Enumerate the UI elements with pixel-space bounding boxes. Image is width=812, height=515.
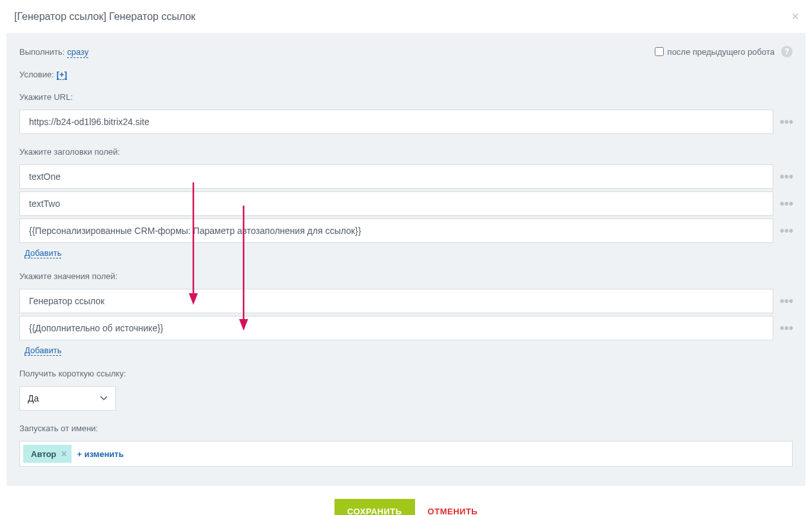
runas-user-tag-label: Автор: [31, 449, 56, 459]
save-button[interactable]: СОХРАНИТЬ: [334, 499, 415, 515]
execute-value-link[interactable]: сразу: [67, 47, 88, 58]
modal: [Генератор ссылок] Генератор ссылок × Вы…: [0, 0, 812, 515]
headers-add-link[interactable]: Добавить: [24, 248, 61, 258]
top-row: Выполнить: сразу после предыдущего робот…: [19, 46, 793, 57]
dots-icon[interactable]: •••: [780, 321, 793, 336]
dots-icon[interactable]: •••: [780, 294, 793, 309]
dots-icon[interactable]: •••: [780, 197, 793, 211]
values-label: Укажите значения полей:: [19, 271, 793, 281]
close-icon[interactable]: ×: [791, 9, 799, 24]
values-input-0[interactable]: [19, 289, 773, 313]
modal-title: [Генератор ссылок] Генератор ссылок: [14, 11, 195, 23]
shortlink-select-wrap: Да: [19, 386, 793, 411]
runas-user-select[interactable]: Автор × + изменить: [19, 441, 793, 467]
help-icon[interactable]: ?: [781, 46, 793, 57]
url-label: Укажите URL:: [19, 92, 793, 102]
modal-body: Выполнить: сразу после предыдущего робот…: [6, 33, 806, 486]
condition-row: Условие: [+]: [19, 69, 793, 79]
headers-block: Укажите заголовки полей: ••• ••• ••• Доб…: [19, 147, 793, 258]
runas-user-tag: Автор ×: [23, 445, 72, 463]
condition-label: Условие:: [19, 70, 54, 79]
headers-row-2: •••: [19, 219, 793, 243]
execute-wrap: Выполнить: сразу: [19, 46, 88, 57]
top-right: после предыдущего робота ?: [655, 46, 793, 57]
url-input[interactable]: [19, 110, 773, 134]
headers-input-1[interactable]: [19, 191, 773, 216]
url-input-row: •••: [19, 110, 793, 134]
runas-user-tag-remove-icon[interactable]: ×: [61, 449, 66, 459]
after-previous-label: после предыдущего робота: [668, 47, 775, 57]
dots-icon[interactable]: •••: [780, 170, 793, 184]
condition-add-link[interactable]: [+]: [57, 70, 67, 80]
shortlink-select[interactable]: Да: [19, 386, 116, 411]
headers-input-2[interactable]: [19, 219, 773, 243]
values-input-1[interactable]: [19, 316, 773, 340]
runas-label: Запускать от имени:: [19, 423, 793, 433]
after-previous-checkbox-wrap[interactable]: после предыдущего робота: [655, 47, 775, 57]
cancel-button[interactable]: ОТМЕНИТЬ: [428, 507, 478, 515]
shortlink-block: Получить короткую ссылку: Да: [19, 369, 793, 411]
values-block: Укажите значения полей: ••• ••• Добавить: [19, 271, 793, 356]
modal-header: [Генератор ссылок] Генератор ссылок ×: [0, 0, 812, 33]
headers-row-0: •••: [19, 164, 793, 189]
headers-row-1: •••: [19, 191, 793, 216]
values-row-1: •••: [19, 316, 793, 340]
after-previous-checkbox[interactable]: [655, 47, 664, 56]
runas-block: Запускать от имени: Автор × + изменить: [19, 423, 793, 467]
runas-change-label: изменить: [84, 449, 124, 459]
values-add-link[interactable]: Добавить: [24, 345, 61, 356]
headers-input-0[interactable]: [19, 164, 773, 189]
headers-label: Укажите заголовки полей:: [19, 147, 793, 157]
runas-change-link[interactable]: + изменить: [77, 449, 123, 459]
dots-icon[interactable]: •••: [780, 115, 793, 130]
values-row-0: •••: [19, 289, 793, 313]
shortlink-label: Получить короткую ссылку:: [19, 369, 793, 378]
plus-icon: +: [77, 449, 82, 459]
modal-footer: СОХРАНИТЬ ОТМЕНИТЬ: [0, 486, 812, 515]
execute-label: Выполнить:: [19, 47, 64, 57]
url-block: Укажите URL: •••: [19, 92, 793, 134]
dots-icon[interactable]: •••: [780, 224, 793, 238]
